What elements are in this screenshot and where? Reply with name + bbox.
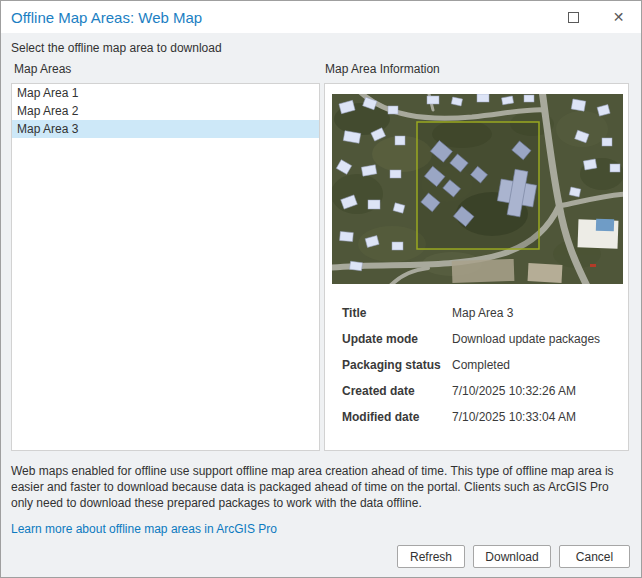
- field-modified-date-value: 7/10/2025 10:33:04 AM: [452, 410, 576, 424]
- dialog-title: Offline Map Areas: Web Map: [11, 9, 202, 26]
- list-item-map-area-3[interactable]: Map Area 3: [12, 120, 319, 138]
- field-packaging-status-value: Completed: [452, 358, 510, 372]
- list-item-map-area-2[interactable]: Map Area 2: [12, 102, 319, 120]
- maximize-icon: [568, 12, 579, 23]
- list-item-map-area-1[interactable]: Map Area 1: [12, 84, 319, 102]
- footer-button-bar: Refresh Download Cancel: [397, 545, 630, 568]
- field-update-mode-value: Download update packages: [452, 332, 600, 346]
- maximize-button[interactable]: [551, 1, 596, 33]
- cancel-button[interactable]: Cancel: [559, 545, 630, 568]
- field-packaging-status-label: Packaging status: [342, 358, 441, 372]
- map-areas-heading: Map Areas: [14, 62, 71, 76]
- field-packaging-status: Packaging status Completed: [325, 354, 628, 380]
- field-update-mode: Update mode Download update packages: [325, 328, 628, 354]
- field-created-date-label: Created date: [342, 384, 415, 398]
- field-created-date-value: 7/10/2025 10:32:26 AM: [452, 384, 576, 398]
- field-modified-date: Modified date 7/10/2025 10:33:04 AM: [325, 406, 628, 432]
- field-title: Title Map Area 3: [325, 302, 628, 328]
- field-created-date: Created date 7/10/2025 10:32:26 AM: [325, 380, 628, 406]
- close-icon: ✕: [613, 10, 625, 24]
- close-button[interactable]: ✕: [596, 1, 641, 33]
- map-area-fields: Title Map Area 3 Update mode Download up…: [325, 302, 628, 432]
- map-areas-list[interactable]: Map Area 1 Map Area 2 Map Area 3: [11, 83, 320, 451]
- field-title-value: Map Area 3: [452, 306, 513, 320]
- map-area-information-heading: Map Area Information: [325, 62, 440, 76]
- map-area-thumbnail: [332, 94, 623, 284]
- field-title-label: Title: [342, 306, 366, 320]
- window-controls: ✕: [551, 1, 641, 33]
- download-button[interactable]: Download: [473, 545, 551, 568]
- field-modified-date-label: Modified date: [342, 410, 419, 424]
- refresh-button[interactable]: Refresh: [397, 545, 465, 568]
- learn-more-link[interactable]: Learn more about offline map areas in Ar…: [11, 522, 277, 536]
- offline-description-text: Web maps enabled for offline use support…: [11, 463, 633, 511]
- offline-map-areas-dialog: Offline Map Areas: Web Map ✕ Select the …: [0, 0, 642, 578]
- map-area-information-panel: Title Map Area 3 Update mode Download up…: [324, 83, 629, 451]
- field-update-mode-label: Update mode: [342, 332, 418, 346]
- title-bar: Offline Map Areas: Web Map ✕: [1, 1, 641, 33]
- instruction-text: Select the offline map area to download: [11, 41, 222, 55]
